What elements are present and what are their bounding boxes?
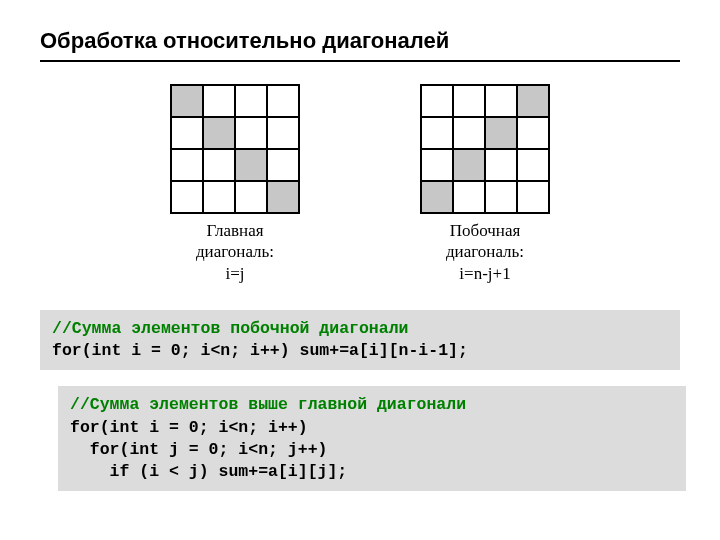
grid-cell bbox=[267, 117, 299, 149]
page-title: Обработка относительно диагоналей bbox=[40, 28, 680, 62]
grid-cell bbox=[421, 149, 453, 181]
grid-cell bbox=[203, 181, 235, 213]
grid-cell bbox=[235, 149, 267, 181]
grid-cell bbox=[203, 85, 235, 117]
grid-cell bbox=[485, 117, 517, 149]
grid-cell bbox=[235, 85, 267, 117]
code-line: if (i < j) sum+=a[i][j]; bbox=[70, 462, 347, 481]
anti-diagonal-block: Побочная диагональ: i=n-j+1 bbox=[420, 84, 550, 284]
caption-text: i=n-j+1 bbox=[459, 264, 510, 283]
grid-cell bbox=[485, 181, 517, 213]
grid-cell bbox=[485, 85, 517, 117]
code-comment: //Сумма элементов выше главной диагонали bbox=[70, 395, 466, 414]
grid-cell bbox=[235, 181, 267, 213]
anti-diagonal-grid bbox=[420, 84, 550, 214]
grid-cell bbox=[453, 149, 485, 181]
grid-cell bbox=[267, 85, 299, 117]
anti-diagonal-caption: Побочная диагональ: i=n-j+1 bbox=[446, 220, 524, 284]
main-diagonal-grid bbox=[170, 84, 300, 214]
grid-cell bbox=[453, 181, 485, 213]
grids-row: Главная диагональ: i=j Побочная диагонал… bbox=[40, 84, 680, 284]
grid-cell bbox=[421, 181, 453, 213]
main-diagonal-block: Главная диагональ: i=j bbox=[170, 84, 300, 284]
code-line: for(int i = 0; i<n; i++) sum+=a[i][n-i-1… bbox=[52, 341, 468, 360]
caption-text: Побочная bbox=[450, 221, 521, 240]
caption-text: диагональ: bbox=[196, 242, 274, 261]
grid-cell bbox=[485, 149, 517, 181]
code-line: for(int i = 0; i<n; i++) bbox=[70, 418, 308, 437]
grid-cell bbox=[203, 117, 235, 149]
code-block-anti-diagonal-sum: //Сумма элементов побочной диагонали for… bbox=[40, 310, 680, 371]
grid-cell bbox=[517, 149, 549, 181]
grid-cell bbox=[171, 85, 203, 117]
grid-cell bbox=[235, 117, 267, 149]
caption-text: диагональ: bbox=[446, 242, 524, 261]
grid-cell bbox=[453, 85, 485, 117]
grid-cell bbox=[171, 149, 203, 181]
code-comment: //Сумма элементов побочной диагонали bbox=[52, 319, 408, 338]
caption-text: i=j bbox=[225, 264, 244, 283]
grid-cell bbox=[203, 149, 235, 181]
grid-cell bbox=[421, 85, 453, 117]
code-line: for(int j = 0; i<n; j++) bbox=[70, 440, 327, 459]
grid-cell bbox=[517, 117, 549, 149]
grid-cell bbox=[171, 181, 203, 213]
grid-cell bbox=[267, 149, 299, 181]
main-diagonal-caption: Главная диагональ: i=j bbox=[196, 220, 274, 284]
grid-cell bbox=[421, 117, 453, 149]
grid-cell bbox=[171, 117, 203, 149]
grid-cell bbox=[517, 85, 549, 117]
grid-cell bbox=[517, 181, 549, 213]
grid-cell bbox=[267, 181, 299, 213]
code-block-above-main-sum: //Сумма элементов выше главной диагонали… bbox=[58, 386, 686, 491]
caption-text: Главная bbox=[206, 221, 263, 240]
grid-cell bbox=[453, 117, 485, 149]
